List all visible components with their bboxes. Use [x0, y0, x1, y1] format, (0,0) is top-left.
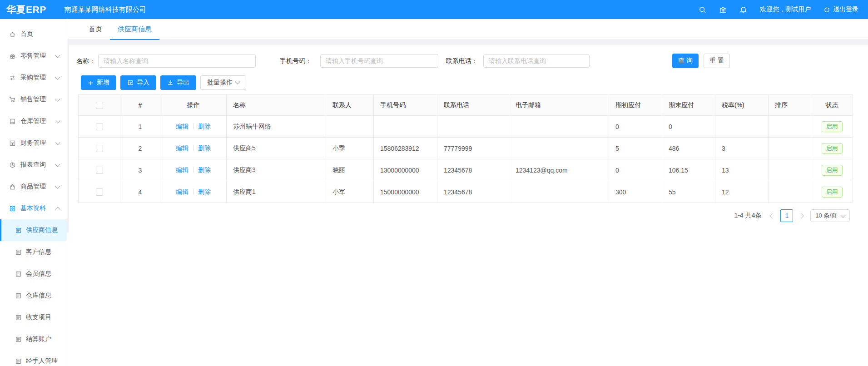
- cell-tax-rate: 12: [715, 181, 769, 203]
- sidebar-item-sales[interactable]: 销售管理: [0, 89, 67, 110]
- delete-link[interactable]: 删除: [198, 144, 211, 152]
- table-row: 3编辑删除供应商3晓丽13000000000123456781234123@qq…: [79, 159, 853, 181]
- doc-icon: [15, 249, 22, 256]
- cart-icon: [9, 96, 16, 103]
- edit-link[interactable]: 编辑: [176, 144, 188, 152]
- cell-name: 供应商5: [227, 138, 326, 159]
- sidebar-item-goods[interactable]: 商品管理: [0, 176, 67, 198]
- row-checkbox[interactable]: [96, 123, 103, 130]
- status-badge: 启用: [822, 187, 843, 198]
- sidebar-subitem-customer-info[interactable]: 客户信息: [0, 241, 67, 263]
- column-header: 名称: [227, 95, 326, 116]
- sidebar-subitem-handler-management[interactable]: 经手人管理: [0, 350, 67, 366]
- cell-closing-payable: 106.15: [662, 159, 715, 181]
- chevron-down-icon: [235, 79, 240, 84]
- page-size-select[interactable]: 10 条/页: [810, 209, 850, 222]
- next-page-button[interactable]: [797, 209, 807, 222]
- swap-icon: [9, 74, 16, 81]
- name-filter-label: 名称：: [76, 54, 95, 68]
- sidebar-subitem-warehouse-info[interactable]: 仓库信息: [0, 285, 67, 307]
- cell-opening-payable: 5: [609, 138, 662, 159]
- cell-tax-rate: [715, 116, 769, 138]
- batch-actions-dropdown[interactable]: 批量操作: [200, 75, 246, 90]
- grid-icon: [9, 205, 16, 212]
- sidebar-item-retail[interactable]: 零售管理: [0, 45, 67, 67]
- export-button[interactable]: 导出: [160, 75, 196, 90]
- tab-home[interactable]: 首页: [81, 19, 110, 40]
- top-header: 华夏ERP 南通某某网络科技有限公司 欢迎您，测试用户 退出登录: [0, 0, 868, 19]
- column-header: #: [120, 95, 160, 116]
- bell-icon[interactable]: [739, 6, 747, 14]
- pagination-total: 1-4 共4条: [734, 212, 761, 220]
- tab-supplier-info[interactable]: 供应商信息: [110, 19, 159, 40]
- column-header: 电子邮箱: [509, 95, 609, 116]
- chevron-down-icon: [55, 118, 60, 123]
- row-index: 3: [120, 159, 160, 181]
- cell-name: 供应商1: [227, 181, 326, 203]
- delete-link[interactable]: 删除: [198, 166, 211, 173]
- export-icon: [167, 79, 174, 86]
- sidebar-subitem-settlement-accounts[interactable]: 结算账户: [0, 328, 67, 350]
- cell-phone: [374, 116, 437, 138]
- sidebar-subitem-income-expense-items[interactable]: 收支项目: [0, 307, 67, 328]
- cell-tel: 12345678: [437, 159, 509, 181]
- sidebar-item-basic-data[interactable]: 基本资料: [0, 198, 67, 219]
- chevron-up-icon: [55, 207, 60, 212]
- sidebar-item-warehouse[interactable]: 仓库管理: [0, 110, 67, 132]
- add-button[interactable]: 新增: [81, 75, 116, 90]
- tab-bar: 首页 供应商信息: [67, 19, 868, 40]
- sidebar-item-finance[interactable]: 财务管理: [0, 132, 67, 154]
- edit-link[interactable]: 编辑: [176, 188, 188, 195]
- column-header: 操作: [160, 95, 227, 116]
- row-checkbox[interactable]: [96, 188, 103, 196]
- phone-filter-input[interactable]: [320, 54, 438, 68]
- tel-filter-input[interactable]: [483, 54, 590, 68]
- name-filter-input[interactable]: [98, 54, 256, 68]
- reset-button[interactable]: 重 置: [704, 54, 730, 68]
- company-name: 南通某某网络科技有限公司: [64, 5, 146, 14]
- cell-name: 苏州蜗牛网络: [227, 116, 326, 138]
- chevron-left-icon: [769, 213, 775, 219]
- tel-filter-label: 联系电话：: [446, 54, 478, 68]
- chevron-down-icon: [55, 140, 60, 145]
- sidebar-subitem-supplier-info[interactable]: 供应商信息: [0, 219, 67, 241]
- cell-tel: 77779999: [437, 138, 509, 159]
- bank-icon[interactable]: [719, 6, 727, 14]
- sidebar-item-home[interactable]: 首页: [0, 23, 67, 45]
- doc-icon: [15, 358, 22, 365]
- chevron-right-icon: [798, 213, 804, 219]
- delete-link[interactable]: 删除: [198, 188, 211, 195]
- table-row: 1编辑删除苏州蜗牛网络00启用: [79, 116, 853, 138]
- edit-link[interactable]: 编辑: [176, 123, 188, 130]
- import-button[interactable]: 导入: [120, 75, 156, 90]
- select-all-checkbox[interactable]: [96, 102, 103, 109]
- prev-page-button[interactable]: [767, 209, 777, 222]
- column-header: 手机号码: [374, 95, 437, 116]
- row-index: 1: [120, 116, 160, 138]
- hdd-icon: [9, 118, 16, 125]
- cell-phone: 15806283912: [374, 138, 437, 159]
- sidebar-item-reports[interactable]: 报表查询: [0, 154, 67, 176]
- search-icon[interactable]: [699, 6, 706, 14]
- current-page[interactable]: 1: [780, 209, 793, 222]
- delete-link[interactable]: 删除: [198, 123, 211, 130]
- sidebar-subitem-member-info[interactable]: 会员信息: [0, 263, 67, 285]
- row-checkbox[interactable]: [96, 145, 103, 152]
- plus-icon: [88, 80, 94, 86]
- sidebar-item-purchase[interactable]: 采购管理: [0, 67, 67, 89]
- import-icon: [127, 79, 134, 86]
- logout-button[interactable]: 退出登录: [823, 5, 858, 14]
- search-button[interactable]: 查 询: [672, 54, 699, 68]
- cell-sort: [769, 116, 811, 138]
- chevron-down-icon: [55, 96, 60, 101]
- status-badge: 启用: [822, 143, 843, 154]
- link-divider: [193, 123, 193, 129]
- chevron-down-icon: [55, 162, 60, 167]
- row-checkbox[interactable]: [96, 167, 103, 174]
- cell-phone: 13000000000: [374, 159, 437, 181]
- doc-icon: [15, 314, 22, 321]
- sidebar: 首页零售管理采购管理销售管理仓库管理财务管理报表查询商品管理基本资料供应商信息客…: [0, 19, 67, 366]
- edit-link[interactable]: 编辑: [176, 166, 188, 173]
- pagination: 1-4 共4条 1 10 条/页: [734, 209, 850, 223]
- welcome-user[interactable]: 欢迎您，测试用户: [760, 5, 811, 14]
